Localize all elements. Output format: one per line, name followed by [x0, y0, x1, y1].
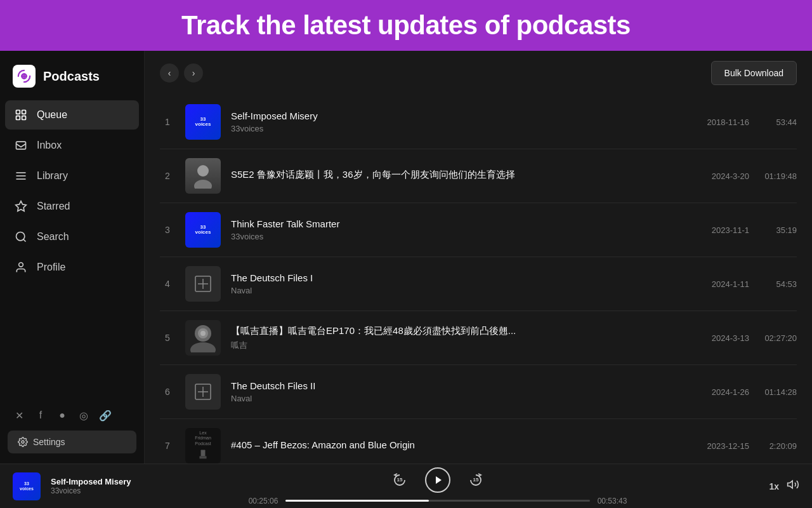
player-track-info: Self-Imposed Misery 33voices [51, 477, 140, 495]
naval-thumb [185, 374, 221, 410]
episode-number: 7 [160, 441, 175, 451]
episode-info: Self-Imposed Misery 33voices [231, 110, 688, 133]
episode-number: 1 [160, 117, 175, 127]
table-row[interactable]: 2 S5E2 鲁豫对话庞颖丨我，36岁，向每一个朋友询问他们的生育选择 2024… [160, 149, 797, 203]
sidebar-item-search[interactable]: Search [5, 222, 139, 251]
episode-duration: 35:19 [762, 225, 797, 235]
episode-number: 4 [160, 279, 175, 289]
link-icon[interactable]: 🔗 [99, 409, 112, 422]
progress-track[interactable] [285, 500, 590, 502]
table-row[interactable]: 6 The Deutsch Files II Naval 202 [160, 365, 797, 419]
episode-title: S5E2 鲁豫对话庞颖丨我，36岁，向每一个朋友询问他们的生育选择 [231, 169, 688, 181]
volume-button[interactable] [787, 478, 799, 494]
episode-podcast: Naval [231, 394, 688, 403]
bulk-download-button[interactable]: Bulk Download [711, 61, 797, 85]
table-row[interactable]: 3 33voices Think Faster Talk Smarter 33v… [160, 203, 797, 257]
episode-number: 3 [160, 225, 175, 235]
sidebar-item-profile[interactable]: Profile [5, 253, 139, 282]
episode-date: 2023-11-1 [698, 225, 749, 235]
episode-meta: 2023-12-15 2:20:09 [698, 441, 797, 451]
episode-title: The Deutsch Files I [231, 272, 688, 283]
podcast-app-icon [13, 65, 36, 88]
episode-number: 5 [160, 333, 175, 343]
skip-forward-label: 15 [473, 477, 479, 483]
lex-thumb: LexFridmanPodcast [185, 428, 221, 464]
episode-podcast: 33voices [231, 232, 688, 241]
episode-duration: 01:19:48 [762, 171, 797, 181]
episode-meta: 2023-11-1 35:19 [698, 225, 797, 235]
episode-number: 6 [160, 387, 175, 397]
settings-button[interactable]: Settings [8, 431, 136, 453]
svg-point-12 [19, 263, 23, 267]
player-thumbnail: 33voices [13, 472, 41, 500]
sidebar-item-starred[interactable]: Starred [5, 192, 139, 221]
svg-rect-27 [199, 456, 206, 458]
svg-point-14 [197, 165, 209, 177]
brand-label: Podcasts [43, 69, 100, 84]
gear-icon [18, 437, 28, 447]
forward-button[interactable]: › [184, 64, 203, 83]
svg-marker-28 [436, 476, 442, 484]
naval-thumb [185, 266, 221, 302]
circle2-icon[interactable]: ◎ [77, 409, 90, 422]
episode-date: 2018-11-16 [698, 117, 749, 127]
volume-icon [787, 478, 799, 491]
player-controls: 15 15 00:25:06 00:53:43 [150, 467, 726, 505]
table-row[interactable]: 5 【呱吉直播】呱吉電台EP170：我已經48歲必須盡快找到前凸後翹... 呱吉 [160, 311, 797, 365]
circle-icon[interactable]: ● [56, 409, 69, 422]
table-row[interactable]: 1 33voices Self-Imposed Misery 33voices … [160, 95, 797, 149]
svg-rect-2 [22, 110, 26, 114]
episode-meta: 2024-1-11 54:53 [698, 279, 797, 289]
skip-back-label: 15 [397, 477, 403, 483]
twitter-icon[interactable]: ✕ [13, 409, 25, 422]
episode-thumbnail [185, 158, 221, 194]
episode-info: Think Faster Talk Smarter 33voices [231, 218, 688, 241]
svg-point-10 [16, 232, 25, 241]
player-track-title: Self-Imposed Misery [51, 477, 140, 486]
episode-thumbnail: 33voices [185, 104, 221, 140]
playback-speed-button[interactable]: 1x [769, 481, 779, 491]
episode-title: #405 – Jeff Bezos: Amazon and Blue Origi… [231, 439, 688, 450]
queue-icon [14, 108, 28, 122]
episode-meta: 2024-1-26 01:14:28 [698, 387, 797, 397]
episode-meta: 2024-3-20 01:19:48 [698, 171, 797, 181]
episode-meta: 2018-11-16 53:44 [698, 117, 797, 127]
back-button[interactable]: ‹ [160, 64, 179, 83]
inbox-icon [14, 138, 28, 152]
sidebar-brand: Podcasts [0, 57, 144, 100]
sidebar-item-queue[interactable]: Queue [5, 100, 139, 130]
skip-forward-button[interactable]: 15 [466, 470, 486, 490]
sidebar-item-inbox[interactable]: Inbox [5, 131, 139, 160]
episode-thumbnail: 33voices [185, 212, 221, 248]
progress-bar-container: 00:25:06 00:53:43 [247, 497, 628, 505]
episode-title: The Deutsch Files II [231, 380, 688, 391]
episode-date: 2024-3-20 [698, 171, 749, 181]
episode-info: The Deutsch Files I Naval [231, 272, 688, 295]
play-pause-button[interactable] [425, 467, 450, 493]
episode-thumbnail [185, 320, 221, 356]
table-row[interactable]: 4 The Deutsch Files I Naval 2024 [160, 257, 797, 311]
sidebar-item-queue-label: Queue [37, 109, 67, 121]
settings-label: Settings [33, 437, 65, 447]
yaji-thumb [185, 320, 221, 356]
sidebar: Podcasts Queue [0, 51, 145, 464]
svg-marker-29 [788, 481, 793, 488]
episode-number: 2 [160, 171, 175, 181]
episode-date: 2024-3-13 [698, 333, 749, 343]
progress-fill [285, 500, 429, 502]
episode-podcast: 33voices [231, 124, 688, 133]
episode-info: The Deutsch Files II Naval [231, 380, 688, 403]
facebook-icon[interactable]: f [34, 409, 47, 422]
sidebar-item-library-label: Library [37, 170, 68, 182]
sidebar-item-starred-label: Starred [37, 201, 70, 212]
episode-duration: 2:20:09 [762, 441, 797, 451]
svg-rect-1 [16, 110, 20, 114]
social-links: ✕ f ● ◎ 🔗 [0, 399, 144, 428]
skip-back-button[interactable]: 15 [390, 470, 410, 490]
sidebar-item-library[interactable]: Library [5, 161, 139, 190]
episode-info: #405 – Jeff Bezos: Amazon and Blue Origi… [231, 439, 688, 453]
table-row[interactable]: 7 LexFridmanPodcast #405 – Jeff Bezos: A… [160, 419, 797, 464]
episode-meta: 2024-3-13 02:27:20 [698, 333, 797, 343]
svg-rect-26 [201, 450, 206, 457]
episode-date: 2024-1-26 [698, 387, 749, 397]
